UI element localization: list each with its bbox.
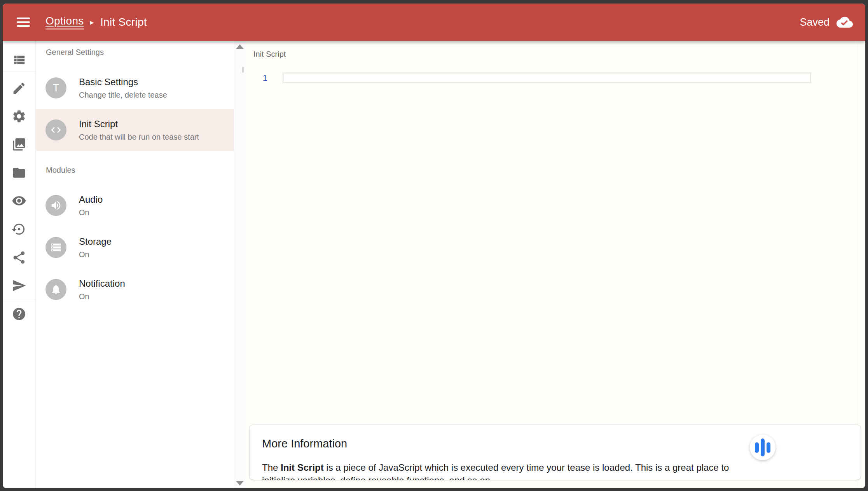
breadcrumb-separator-icon: ▸	[90, 18, 94, 27]
settings-item-title: Audio	[79, 194, 103, 205]
help-icon[interactable]	[12, 307, 26, 321]
triangle-up-icon[interactable]	[236, 44, 244, 49]
settings-item-basic-settings[interactable]: T Basic Settings Change title, delete te…	[36, 67, 234, 109]
audio-wave-icon	[755, 442, 759, 453]
settings-item-title: Notification	[79, 278, 125, 289]
save-status: Saved	[800, 14, 853, 30]
breadcrumb-options-link[interactable]: Options	[45, 15, 84, 30]
code-editor-active-line[interactable]	[283, 72, 811, 83]
settings-item-subtitle: Change title, delete tease	[79, 90, 167, 100]
app-header: Options ▸ Init Script Saved	[3, 4, 865, 41]
volume-avatar	[45, 195, 66, 216]
page-title: Init Script	[100, 16, 147, 28]
page-scrollbar-gutter	[858, 41, 865, 488]
audio-wave-button[interactable]	[750, 435, 775, 460]
settings-panel: General Settings T Basic Settings Change…	[36, 41, 234, 488]
settings-item-title: Init Script	[79, 118, 199, 130]
rail-divider	[3, 299, 35, 299]
notifications-bell-icon	[50, 284, 62, 295]
panel-scrollbar-track[interactable]	[234, 41, 246, 488]
editor-region: Init Script 1 More Information The Init …	[246, 41, 865, 488]
settings-item-notification[interactable]: Notification On	[36, 268, 234, 310]
menu-button[interactable]	[17, 18, 30, 27]
settings-item-status: On	[79, 291, 125, 302]
main-area: General Settings T Basic Settings Change…	[3, 41, 865, 488]
storage-icon	[50, 242, 62, 253]
preview-eye-icon[interactable]	[12, 193, 26, 208]
section-label-general-settings: General Settings	[46, 47, 234, 57]
share-icon[interactable]	[12, 250, 26, 265]
card-body-text: The Init Script is a piece of JavaScript…	[262, 461, 760, 480]
publish-send-icon[interactable]	[12, 278, 26, 293]
storage-avatar	[45, 237, 66, 258]
bold-term: Init Script	[281, 462, 324, 473]
icon-rail	[3, 41, 36, 488]
settings-item-title: Storage	[79, 236, 112, 247]
code-avatar	[45, 119, 66, 140]
files-folder-icon[interactable]	[12, 165, 26, 180]
settings-item-status: On	[79, 207, 103, 217]
settings-item-storage[interactable]: Storage On	[36, 226, 234, 268]
triangle-down-icon[interactable]	[236, 481, 244, 486]
save-status-label: Saved	[800, 16, 830, 28]
code-icon	[50, 124, 62, 136]
settings-item-subtitle: Code that will be run on tease start	[79, 132, 199, 142]
letter-avatar: T	[45, 77, 66, 98]
app-window: Options ▸ Init Script Saved Gener	[3, 4, 865, 488]
pages-list-icon[interactable]	[12, 53, 26, 67]
panel-scrollbar-thumb[interactable]	[242, 67, 244, 73]
settings-item-title: Basic Settings	[79, 76, 167, 88]
bell-avatar	[45, 279, 66, 300]
editor-line-number: 1	[253, 73, 267, 83]
edit-pencil-icon[interactable]	[12, 81, 26, 96]
hamburger-menu-icon	[17, 18, 30, 19]
volume-up-icon	[50, 200, 62, 211]
editor-field-label: Init Script	[253, 49, 286, 59]
cloud-done-icon	[837, 14, 853, 30]
more-information-card: More Information The Init Script is a pi…	[250, 425, 861, 480]
settings-item-audio[interactable]: Audio On	[36, 184, 234, 226]
rail-divider	[3, 72, 35, 72]
breadcrumb: Options ▸ Init Script	[45, 15, 147, 30]
settings-gear-icon[interactable]	[12, 109, 26, 124]
section-label-modules: Modules	[46, 165, 234, 175]
media-gallery-icon[interactable]	[12, 137, 26, 152]
settings-item-init-script[interactable]: Init Script Code that will be run on tea…	[36, 109, 234, 151]
history-restore-icon[interactable]	[12, 222, 26, 237]
settings-item-status: On	[79, 249, 112, 260]
